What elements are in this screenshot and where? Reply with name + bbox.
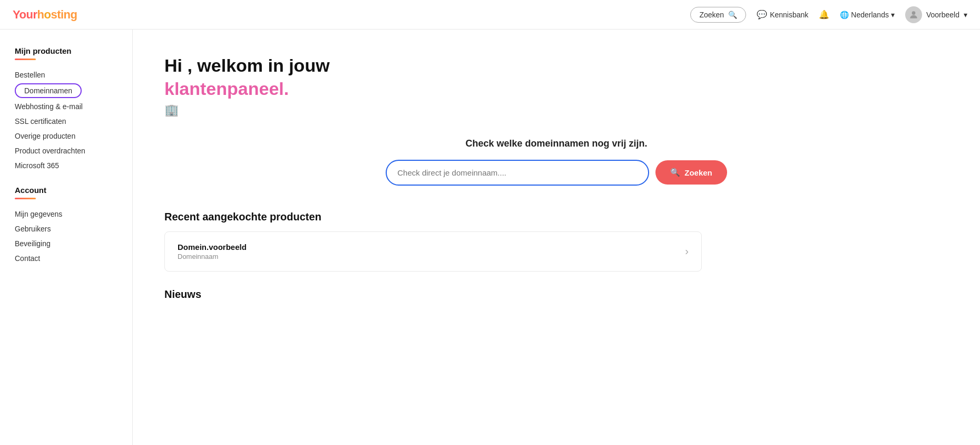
sidebar-item-overige[interactable]: Overige producten (15, 129, 132, 143)
building-icon: 🏢 (164, 103, 948, 117)
avatar (905, 6, 922, 23)
domain-search-section: Check welke domeinnamen nog vrij zijn. 🔍… (164, 138, 948, 186)
welcome-rest: , welkom in jouw (187, 55, 329, 75)
sidebar-item-overdrachten[interactable]: Product overdrachten (15, 143, 132, 158)
sidebar-item-beveiliging[interactable]: Beveiliging (15, 236, 132, 251)
topnav-right: Zoeken 🔍 💬 Kennisbank 🔔 🌐 Nederlands ▾ V… (690, 6, 967, 23)
search-icon: 🔍 (728, 11, 737, 19)
main-layout: Mijn producten Bestellen Domeinnamen Web… (0, 30, 980, 445)
topnav: Yourhosting Zoeken 🔍 💬 Kennisbank 🔔 🌐 Ne… (0, 0, 980, 30)
product-name: Domein.voorbeeld (178, 243, 247, 251)
search-icon: 🔍 (670, 168, 680, 177)
language-selector[interactable]: 🌐 Nederlands ▾ (840, 11, 895, 19)
sidebar-section-products-title: Mijn producten (15, 46, 132, 55)
chevron-down-icon: ▾ (891, 11, 895, 19)
welcome-sub: klantenpaneel. (164, 79, 948, 99)
sidebar-item-microsoft365[interactable]: Microsoft 365 (15, 158, 132, 173)
welcome-heading: Hi , welkom in jouw (164, 55, 948, 76)
logo: Yourhosting (13, 8, 77, 22)
logo-hosting: hosting (37, 8, 77, 21)
chevron-down-icon: ▾ (964, 11, 967, 19)
bell-icon[interactable]: 🔔 (819, 9, 829, 20)
product-type: Domeinnaam (178, 253, 247, 260)
kennisbank-link[interactable]: 💬 Kennisbank (757, 9, 808, 20)
sidebar-section-products: Mijn producten Bestellen Domeinnamen Web… (15, 46, 132, 173)
sidebar-item-bestellen[interactable]: Bestellen (15, 67, 132, 82)
sidebar-item-ssl[interactable]: SSL certificaten (15, 114, 132, 129)
user-label: Voorbeeld (926, 11, 959, 19)
nieuws-title: Nieuws (164, 288, 948, 301)
search-button[interactable]: Zoeken 🔍 (690, 7, 746, 23)
domain-search-button[interactable]: 🔍 Zoeken (655, 160, 727, 185)
sidebar-item-gebruikers[interactable]: Gebruikers (15, 221, 132, 236)
chat-icon: 💬 (757, 9, 767, 20)
sidebar-item-domeinnamen[interactable]: Domeinnamen (15, 83, 82, 98)
svg-point-0 (912, 11, 916, 15)
domain-search-title: Check welke domeinnamen nog vrij zijn. (164, 138, 948, 149)
recent-products-section: Recent aangekochte producten Domein.voor… (164, 211, 948, 272)
domain-search-input[interactable] (386, 160, 649, 186)
product-card[interactable]: Domein.voorbeeld Domeinnaam › (164, 231, 702, 272)
chevron-right-icon: › (685, 245, 689, 257)
language-label: Nederlands (851, 11, 889, 19)
sidebar-item-webhosting[interactable]: Webhosting & e-mail (15, 99, 132, 114)
welcome-block: Hi , welkom in jouw klantenpaneel. 🏢 (164, 55, 948, 117)
domain-search-btn-label: Zoeken (684, 168, 712, 177)
main-content: Hi , welkom in jouw klantenpaneel. 🏢 Che… (133, 30, 980, 445)
user-menu[interactable]: Voorbeeld ▾ (905, 6, 967, 23)
logo-your: Your (13, 8, 37, 21)
sidebar-section-underline (15, 59, 36, 60)
sidebar-item-gegevens[interactable]: Mijn gegevens (15, 207, 132, 221)
sidebar-section-account: Account Mijn gegevens Gebruikers Beveili… (15, 186, 132, 266)
search-label: Zoeken (699, 11, 724, 19)
sidebar-section-account-title: Account (15, 186, 132, 195)
sidebar: Mijn producten Bestellen Domeinnamen Web… (0, 30, 133, 445)
sidebar-account-underline (15, 198, 36, 199)
greeting: Hi (164, 55, 182, 75)
globe-icon: 🌐 (840, 11, 849, 19)
domain-search-row: 🔍 Zoeken (164, 160, 948, 186)
kennisbank-label: Kennisbank (770, 11, 808, 19)
product-info: Domein.voorbeeld Domeinnaam (178, 243, 247, 260)
sidebar-item-contact[interactable]: Contact (15, 251, 132, 266)
recent-products-title: Recent aangekochte producten (164, 211, 948, 223)
